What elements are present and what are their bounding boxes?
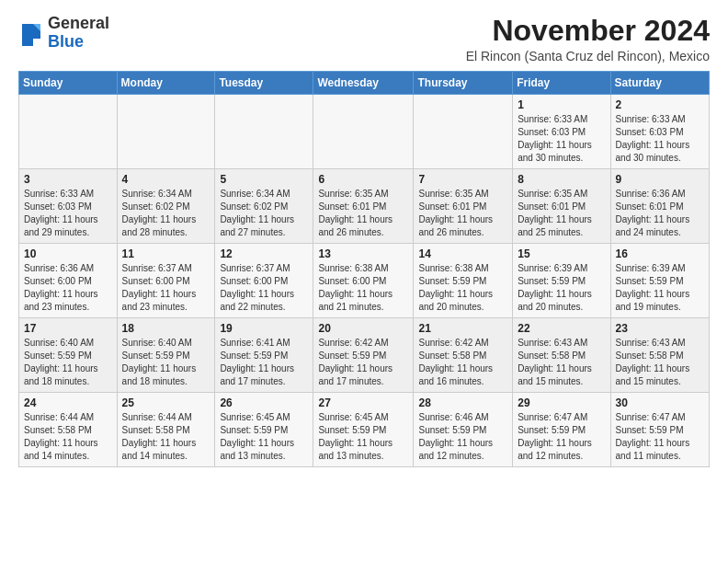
day-info: Sunrise: 6:47 AM Sunset: 5:59 PM Dayligh… bbox=[518, 411, 605, 463]
day-info: Sunrise: 6:40 AM Sunset: 5:59 PM Dayligh… bbox=[122, 337, 210, 388]
day-info: Sunrise: 6:41 AM Sunset: 5:59 PM Dayligh… bbox=[220, 337, 308, 388]
calendar-cell: 20Sunrise: 6:42 AM Sunset: 5:59 PM Dayli… bbox=[313, 318, 414, 393]
day-info: Sunrise: 6:43 AM Sunset: 5:58 PM Dayligh… bbox=[518, 337, 605, 388]
calendar-cell: 17Sunrise: 6:40 AM Sunset: 5:59 PM Dayli… bbox=[19, 318, 118, 393]
logo-general: General bbox=[48, 14, 109, 32]
day-number: 30 bbox=[616, 396, 704, 409]
day-number: 15 bbox=[518, 247, 605, 260]
calendar-cell bbox=[313, 95, 414, 169]
day-number: 19 bbox=[220, 322, 308, 335]
day-number: 21 bbox=[418, 322, 507, 335]
calendar-cell: 15Sunrise: 6:39 AM Sunset: 5:59 PM Dayli… bbox=[513, 244, 610, 318]
day-number: 25 bbox=[122, 396, 210, 409]
calendar-cell bbox=[215, 95, 313, 169]
day-info: Sunrise: 6:38 AM Sunset: 6:00 PM Dayligh… bbox=[318, 262, 408, 314]
calendar-cell: 4Sunrise: 6:34 AM Sunset: 6:02 PM Daylig… bbox=[117, 169, 215, 244]
day-info: Sunrise: 6:35 AM Sunset: 6:01 PM Dayligh… bbox=[318, 188, 408, 239]
calendar-cell: 12Sunrise: 6:37 AM Sunset: 6:00 PM Dayli… bbox=[215, 244, 313, 318]
calendar-cell: 9Sunrise: 6:36 AM Sunset: 6:01 PM Daylig… bbox=[610, 169, 709, 244]
day-info: Sunrise: 6:43 AM Sunset: 5:58 PM Dayligh… bbox=[616, 337, 704, 388]
calendar-cell: 11Sunrise: 6:37 AM Sunset: 6:00 PM Dayli… bbox=[117, 244, 215, 318]
day-number: 28 bbox=[418, 396, 507, 409]
day-info: Sunrise: 6:46 AM Sunset: 5:59 PM Dayligh… bbox=[418, 411, 507, 463]
calendar-cell: 5Sunrise: 6:34 AM Sunset: 6:02 PM Daylig… bbox=[215, 169, 313, 244]
weekday-header: Thursday bbox=[414, 72, 513, 95]
day-number: 7 bbox=[418, 173, 507, 186]
calendar-week-row: 1Sunrise: 6:33 AM Sunset: 6:03 PM Daylig… bbox=[19, 95, 710, 169]
day-info: Sunrise: 6:39 AM Sunset: 5:59 PM Dayligh… bbox=[518, 262, 605, 314]
calendar-cell: 30Sunrise: 6:47 AM Sunset: 5:59 PM Dayli… bbox=[610, 393, 709, 467]
day-info: Sunrise: 6:33 AM Sunset: 6:03 PM Dayligh… bbox=[24, 188, 112, 239]
calendar-page: General Blue November 2024 El Rincon (Sa… bbox=[0, 0, 728, 477]
day-number: 17 bbox=[24, 322, 112, 335]
calendar-cell: 23Sunrise: 6:43 AM Sunset: 5:58 PM Dayli… bbox=[610, 318, 709, 393]
calendar-cell: 8Sunrise: 6:35 AM Sunset: 6:01 PM Daylig… bbox=[513, 169, 610, 244]
day-number: 3 bbox=[24, 173, 112, 186]
day-info: Sunrise: 6:44 AM Sunset: 5:58 PM Dayligh… bbox=[24, 411, 112, 463]
day-number: 20 bbox=[318, 322, 408, 335]
calendar-cell: 6Sunrise: 6:35 AM Sunset: 6:01 PM Daylig… bbox=[313, 169, 414, 244]
calendar-week-row: 10Sunrise: 6:36 AM Sunset: 6:00 PM Dayli… bbox=[19, 244, 710, 318]
day-info: Sunrise: 6:36 AM Sunset: 6:01 PM Dayligh… bbox=[616, 188, 704, 239]
calendar-cell: 16Sunrise: 6:39 AM Sunset: 5:59 PM Dayli… bbox=[610, 244, 709, 318]
calendar-week-row: 24Sunrise: 6:44 AM Sunset: 5:58 PM Dayli… bbox=[19, 393, 710, 467]
day-number: 8 bbox=[518, 173, 605, 186]
logo-text: General Blue bbox=[48, 15, 109, 52]
logo-icon bbox=[18, 20, 44, 46]
calendar-cell: 29Sunrise: 6:47 AM Sunset: 5:59 PM Dayli… bbox=[513, 393, 610, 467]
day-info: Sunrise: 6:33 AM Sunset: 6:03 PM Dayligh… bbox=[616, 113, 704, 165]
calendar-cell: 24Sunrise: 6:44 AM Sunset: 5:58 PM Dayli… bbox=[19, 393, 118, 467]
day-info: Sunrise: 6:33 AM Sunset: 6:03 PM Dayligh… bbox=[518, 113, 605, 165]
day-number: 14 bbox=[418, 247, 507, 260]
day-number: 6 bbox=[318, 173, 408, 186]
day-number: 18 bbox=[122, 322, 210, 335]
day-info: Sunrise: 6:40 AM Sunset: 5:59 PM Dayligh… bbox=[24, 337, 112, 388]
calendar-cell: 18Sunrise: 6:40 AM Sunset: 5:59 PM Dayli… bbox=[117, 318, 215, 393]
day-info: Sunrise: 6:42 AM Sunset: 5:58 PM Dayligh… bbox=[418, 337, 507, 388]
calendar-cell bbox=[19, 95, 118, 169]
weekday-header: Friday bbox=[513, 72, 610, 95]
day-number: 4 bbox=[122, 173, 210, 186]
day-number: 24 bbox=[24, 396, 112, 409]
calendar-cell bbox=[117, 95, 215, 169]
day-number: 5 bbox=[220, 173, 308, 186]
weekday-header: Wednesday bbox=[313, 72, 414, 95]
calendar-cell bbox=[414, 95, 513, 169]
calendar-cell: 14Sunrise: 6:38 AM Sunset: 5:59 PM Dayli… bbox=[414, 244, 513, 318]
calendar-week-row: 3Sunrise: 6:33 AM Sunset: 6:03 PM Daylig… bbox=[19, 169, 710, 244]
day-info: Sunrise: 6:39 AM Sunset: 5:59 PM Dayligh… bbox=[616, 262, 704, 314]
day-number: 29 bbox=[518, 396, 605, 409]
day-number: 13 bbox=[318, 247, 408, 260]
day-number: 22 bbox=[518, 322, 605, 335]
day-info: Sunrise: 6:36 AM Sunset: 6:00 PM Dayligh… bbox=[24, 262, 112, 314]
calendar-cell: 22Sunrise: 6:43 AM Sunset: 5:58 PM Dayli… bbox=[513, 318, 610, 393]
calendar-header-row: SundayMondayTuesdayWednesdayThursdayFrid… bbox=[19, 72, 710, 95]
day-number: 2 bbox=[616, 98, 704, 111]
calendar-table: SundayMondayTuesdayWednesdayThursdayFrid… bbox=[18, 71, 710, 467]
calendar-cell: 26Sunrise: 6:45 AM Sunset: 5:59 PM Dayli… bbox=[215, 393, 313, 467]
weekday-header: Tuesday bbox=[215, 72, 313, 95]
day-number: 16 bbox=[616, 247, 704, 260]
day-info: Sunrise: 6:45 AM Sunset: 5:59 PM Dayligh… bbox=[220, 411, 308, 463]
calendar-cell: 2Sunrise: 6:33 AM Sunset: 6:03 PM Daylig… bbox=[610, 95, 709, 169]
day-info: Sunrise: 6:34 AM Sunset: 6:02 PM Dayligh… bbox=[122, 188, 210, 239]
day-number: 10 bbox=[24, 247, 112, 260]
day-info: Sunrise: 6:35 AM Sunset: 6:01 PM Dayligh… bbox=[518, 188, 605, 239]
day-number: 11 bbox=[122, 247, 210, 260]
logo: General Blue bbox=[18, 15, 109, 52]
calendar-cell: 3Sunrise: 6:33 AM Sunset: 6:03 PM Daylig… bbox=[19, 169, 118, 244]
title-block: November 2024 El Rincon (Santa Cruz del … bbox=[466, 15, 710, 63]
day-info: Sunrise: 6:44 AM Sunset: 5:58 PM Dayligh… bbox=[122, 411, 210, 463]
day-info: Sunrise: 6:37 AM Sunset: 6:00 PM Dayligh… bbox=[220, 262, 308, 314]
location: El Rincon (Santa Cruz del Rincon), Mexic… bbox=[466, 49, 710, 63]
weekday-header: Sunday bbox=[19, 72, 118, 95]
calendar-week-row: 17Sunrise: 6:40 AM Sunset: 5:59 PM Dayli… bbox=[19, 318, 710, 393]
day-number: 12 bbox=[220, 247, 308, 260]
day-info: Sunrise: 6:45 AM Sunset: 5:59 PM Dayligh… bbox=[318, 411, 408, 463]
calendar-cell: 25Sunrise: 6:44 AM Sunset: 5:58 PM Dayli… bbox=[117, 393, 215, 467]
day-number: 9 bbox=[616, 173, 704, 186]
calendar-cell: 7Sunrise: 6:35 AM Sunset: 6:01 PM Daylig… bbox=[414, 169, 513, 244]
calendar-cell: 27Sunrise: 6:45 AM Sunset: 5:59 PM Dayli… bbox=[313, 393, 414, 467]
day-number: 26 bbox=[220, 396, 308, 409]
calendar-cell: 1Sunrise: 6:33 AM Sunset: 6:03 PM Daylig… bbox=[513, 95, 610, 169]
